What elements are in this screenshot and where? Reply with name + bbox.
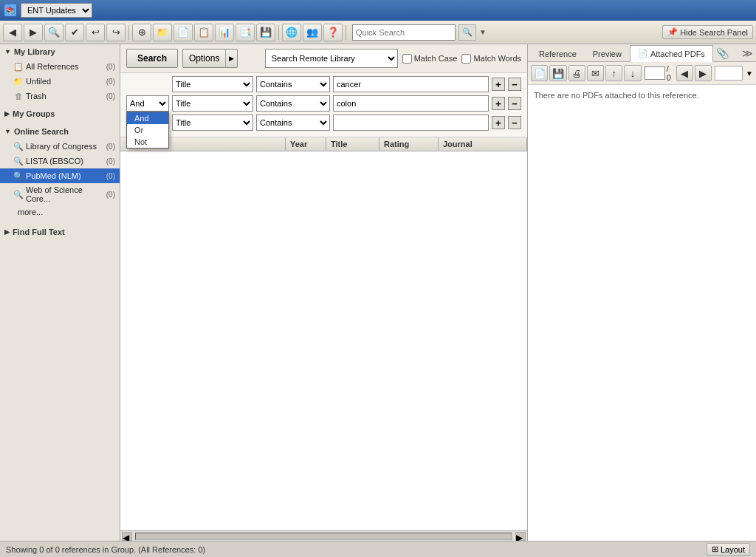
tab-attached-pdfs[interactable]: 📄 Attached PDFs xyxy=(630,45,713,62)
unfiled-label: Unfiled xyxy=(26,77,105,86)
sidebar-item-web-of-science[interactable]: 🔍 Web of Science Core... (0) xyxy=(0,183,120,205)
rpanel-up-btn[interactable]: ↑ xyxy=(605,65,622,81)
condition-select-2[interactable]: Contains xyxy=(256,95,330,112)
rpanel-next-btn[interactable]: ▶ xyxy=(695,65,712,81)
rpanel-prev-btn[interactable]: ◀ xyxy=(676,65,693,81)
tab-reference-label: Reference xyxy=(539,49,577,58)
search-button[interactable]: Search xyxy=(126,49,178,68)
remove-row-btn-3[interactable]: − xyxy=(508,116,521,129)
web-of-science-label: Web of Science Core... xyxy=(26,185,105,203)
field-select-2[interactable]: Title xyxy=(172,95,253,112)
options-button[interactable]: Options ▶ xyxy=(182,49,238,68)
rpanel-save-btn[interactable]: 💾 xyxy=(549,65,566,81)
remove-row-btn-2[interactable]: − xyxy=(508,97,521,110)
hide-panel-label: Hide Search Panel xyxy=(680,28,748,37)
match-case-checkbox[interactable] xyxy=(402,54,412,64)
undo-btn[interactable]: ↩ xyxy=(86,24,105,41)
redo-btn[interactable]: ↪ xyxy=(106,24,126,41)
quick-search-icon[interactable]: 🔍 xyxy=(458,24,476,41)
sep3 xyxy=(346,25,346,40)
match-words-label[interactable]: Match Words xyxy=(461,54,521,64)
title-bar: 📚 ENT Updates xyxy=(0,0,756,21)
match-words-checkbox[interactable] xyxy=(461,54,471,64)
web-btn[interactable]: 🌐 xyxy=(282,24,301,41)
search-value-1[interactable] xyxy=(333,76,489,92)
window-title-select[interactable]: ENT Updates xyxy=(21,3,92,18)
scroll-right-btn[interactable]: ▶ xyxy=(515,532,526,541)
my-library-arrow: ▼ xyxy=(4,48,11,55)
sidebar-item-trash[interactable]: 🗑 Trash (0) xyxy=(0,89,120,103)
match-case-label[interactable]: Match Case xyxy=(402,54,458,64)
doc-btn[interactable]: 📄 xyxy=(173,24,193,41)
sep1 xyxy=(128,25,129,40)
options-arrow-icon: ▶ xyxy=(225,49,237,67)
save-btn[interactable]: 💾 xyxy=(256,24,275,41)
col-header-journal[interactable]: Journal xyxy=(439,137,527,151)
rpanel-zoom-input[interactable] xyxy=(715,66,743,81)
search-button-label: Search xyxy=(137,53,167,64)
sidebar-item-library-of-congress[interactable]: 🔍 Library of Congress (0) xyxy=(0,139,120,154)
quick-search-input[interactable] xyxy=(352,24,456,41)
condition-select-1[interactable]: Contains xyxy=(256,76,330,92)
bool-option-not[interactable]: Not xyxy=(127,136,168,148)
add-row-btn-3[interactable]: + xyxy=(492,116,505,129)
sidebar-section-online-search[interactable]: ▼ Online Search xyxy=(0,124,120,139)
hide-panel-button[interactable]: 📌 Hide Search Panel xyxy=(662,25,753,39)
horizontal-scrollbar[interactable]: ◀ ▶ xyxy=(120,530,527,541)
bool-option-and[interactable]: And xyxy=(127,112,168,124)
back-btn[interactable]: ◀ xyxy=(3,24,22,41)
sidebar-section-my-library[interactable]: ▼ My Library xyxy=(0,44,120,59)
rpanel-email-btn[interactable]: ✉ xyxy=(587,65,604,81)
tab-reference[interactable]: Reference xyxy=(531,46,585,61)
rpanel-new-btn[interactable]: 📄 xyxy=(531,65,548,81)
col-header-title[interactable]: Title xyxy=(326,137,379,151)
users-btn[interactable]: 👥 xyxy=(303,24,322,41)
sidebar-item-pubmed-nlm[interactable]: 🔍 PubMed (NLM) (0) xyxy=(0,168,120,183)
remove-row-btn-1[interactable]: − xyxy=(508,78,521,91)
report-btn[interactable]: 📑 xyxy=(236,24,255,41)
open-btn[interactable]: 📁 xyxy=(153,24,172,41)
add-row-btn-2[interactable]: + xyxy=(492,97,505,110)
col-header-rating[interactable]: Rating xyxy=(379,137,439,151)
col-header-year[interactable]: Year xyxy=(286,137,326,151)
scroll-left-btn[interactable]: ◀ xyxy=(122,532,132,541)
scrollbar-track[interactable] xyxy=(135,533,512,540)
list-btn[interactable]: 📋 xyxy=(194,24,213,41)
check-btn[interactable]: ✔ xyxy=(65,24,84,41)
match-case-text: Match Case xyxy=(414,54,458,63)
app-icon: 📚 xyxy=(4,4,16,16)
library-of-congress-icon: 🔍 xyxy=(13,141,24,151)
new-btn[interactable]: ⊕ xyxy=(132,24,151,41)
sidebar-item-all-references[interactable]: 📋 All References (0) xyxy=(0,59,120,74)
sidebar-item-more[interactable]: more... xyxy=(0,205,120,219)
rpanel-page-input[interactable] xyxy=(645,66,665,80)
pubmed-icon: 🔍 xyxy=(13,171,24,181)
bool-option-or[interactable]: Or xyxy=(127,124,168,136)
condition-select-3[interactable]: Contains xyxy=(256,115,330,131)
search-toolbar-btn[interactable]: 🔍 xyxy=(44,24,63,41)
rpanel-down-btn[interactable]: ↓ xyxy=(624,65,641,81)
chart-btn[interactable]: 📊 xyxy=(215,24,234,41)
online-search-label: Online Search xyxy=(14,127,69,136)
rpanel-page-nav: / 0 xyxy=(645,64,675,82)
search-value-2[interactable] xyxy=(333,95,489,112)
sidebar-section-my-groups[interactable]: ▶ My Groups xyxy=(0,106,120,121)
rpanel-print-btn[interactable]: 🖨 xyxy=(568,65,585,81)
search-value-3[interactable] xyxy=(333,115,489,131)
sidebar-item-unfiled[interactable]: 📁 Unfiled (0) xyxy=(0,74,120,89)
field-select-3[interactable]: Title xyxy=(172,115,253,131)
right-panel-options-btn[interactable]: ≫ xyxy=(742,47,753,59)
sidebar-item-lista-ebsco[interactable]: 🔍 LISTA (EBSCO) (0) xyxy=(0,154,120,168)
layout-button[interactable]: ⊞ Layout xyxy=(707,543,750,556)
tab-preview[interactable]: Preview xyxy=(585,46,630,61)
bool-select-2[interactable]: And Or Not xyxy=(126,95,169,112)
field-select-1[interactable]: Title xyxy=(172,76,253,92)
forward-btn[interactable]: ▶ xyxy=(24,24,43,41)
pdf-icon: 📄 xyxy=(638,49,648,58)
add-row-btn-1[interactable]: + xyxy=(492,78,505,91)
rpanel-zoom-arrow: ▼ xyxy=(746,69,753,78)
help-btn[interactable]: ❓ xyxy=(323,24,343,41)
sidebar-section-find-full-text[interactable]: ▶ Find Full Text xyxy=(0,225,120,239)
search-bar: Search Options ▶ Search Remote Library M… xyxy=(120,44,527,73)
search-target-select[interactable]: Search Remote Library xyxy=(265,49,398,68)
